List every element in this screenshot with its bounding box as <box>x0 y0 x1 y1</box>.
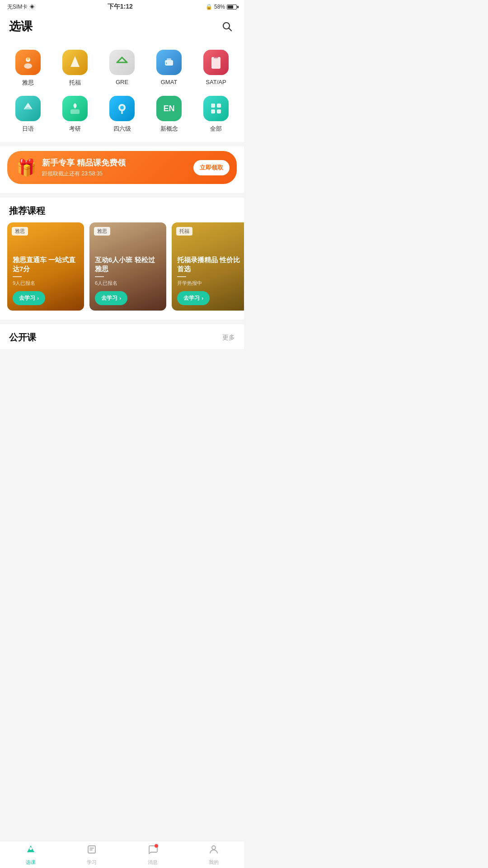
svg-line-1 <box>229 28 232 31</box>
svg-rect-12 <box>211 57 221 69</box>
svg-marker-5 <box>70 56 80 67</box>
toefl-label: 托福 <box>69 79 81 87</box>
category-item-sat[interactable]: SAT/AP <box>192 50 239 87</box>
course-title-1: 互动6人小班 轻松过雅思 <box>95 255 161 274</box>
svg-rect-19 <box>121 111 123 114</box>
course-card-0[interactable]: 雅思 雅思直通车 一站式直达7分 9人已报名 去学习 › <box>7 222 84 311</box>
claim-button[interactable]: 立即领取 <box>193 160 230 175</box>
all-icon <box>203 96 229 121</box>
course-card-1[interactable]: 雅思 互动6人小班 轻松过雅思 6人已报名 去学习 › <box>89 222 166 311</box>
svg-rect-21 <box>217 104 221 108</box>
recommend-title: 推荐课程 <box>9 206 45 216</box>
public-section-header: 公开课 更多 <box>0 324 244 349</box>
category-item-research[interactable]: 考研 <box>52 96 99 133</box>
promo-banner: 🎁 新手专享 精品课免费领 距领取截止还有 23:58:35 立即领取 <box>7 151 237 184</box>
course-card-inner-0: 雅思 雅思直通车 一站式直达7分 9人已报名 去学习 › <box>7 222 84 311</box>
svg-rect-16 <box>70 109 80 114</box>
category-item-newconcept[interactable]: EN 新概念 <box>145 96 192 133</box>
category-item-toefl[interactable]: 托福 <box>52 50 99 87</box>
courses-scroll-container[interactable]: 雅思 雅思直通车 一站式直达7分 9人已报名 去学习 › 雅思 互动6人小班 轻… <box>0 222 244 320</box>
course-enrolled-0: 9人已报名 <box>13 280 79 287</box>
status-right: 🔒 58% <box>206 4 237 10</box>
category-item-gre[interactable]: GRE <box>99 50 145 87</box>
japanese-icon <box>15 96 41 121</box>
banner-text: 新手专享 精品课免费领 距领取截止还有 23:58:35 <box>42 157 188 178</box>
banner-title: 新手专享 精品课免费领 <box>42 157 188 168</box>
cet-label: 四六级 <box>113 125 131 133</box>
svg-rect-23 <box>217 109 221 113</box>
banner-section: 🎁 新手专享 精品课免费领 距领取截止还有 23:58:35 立即领取 <box>0 146 244 193</box>
course-card-inner-2: 托福 托福录播精品 性价比首选 开学热报中 去学习 › <box>172 222 244 311</box>
newconcept-label: 新概念 <box>160 125 178 133</box>
public-title: 公开课 <box>9 331 36 344</box>
course-btn-2[interactable]: 去学习 › <box>177 291 210 305</box>
more-link[interactable]: 更多 <box>222 334 235 342</box>
category-item-gmat[interactable]: GMAT <box>145 50 192 87</box>
course-btn-0[interactable]: 去学习 › <box>13 291 45 305</box>
all-label: 全部 <box>210 125 222 133</box>
category-item-ielts[interactable]: 雅思 <box>5 50 52 87</box>
svg-rect-13 <box>214 57 218 58</box>
status-bar: 无SIM卡 ◈ 下午1:12 🔒 58% <box>0 0 244 14</box>
category-item-japanese[interactable]: 日语 <box>5 96 52 133</box>
sat-icon <box>203 50 229 75</box>
category-section: 雅思 托福 GRE <box>0 41 244 142</box>
course-card-inner-1: 雅思 互动6人小班 轻松过雅思 6人已报名 去学习 › <box>89 222 166 311</box>
cet-icon <box>109 96 135 121</box>
svg-line-7 <box>117 57 122 62</box>
japanese-label: 日语 <box>22 125 34 133</box>
battery-icon <box>227 5 237 9</box>
gmat-label: GMAT <box>161 79 178 85</box>
category-grid: 雅思 托福 GRE <box>5 50 239 133</box>
page-header: 选课 <box>0 14 244 41</box>
course-enrolled-2: 开学热报中 <box>177 280 243 287</box>
research-label: 考研 <box>69 125 81 133</box>
course-tag-1: 雅思 <box>94 227 110 236</box>
battery-percent: 58% <box>214 4 225 10</box>
svg-rect-20 <box>211 104 215 108</box>
gre-label: GRE <box>116 79 128 85</box>
gmat-icon <box>156 50 182 75</box>
svg-point-3 <box>24 63 32 69</box>
toefl-icon <box>62 50 88 75</box>
category-item-all[interactable]: 全部 <box>192 96 239 133</box>
newconcept-icon: EN <box>156 96 182 121</box>
ielts-icon <box>15 50 41 75</box>
research-icon <box>62 96 88 121</box>
recommend-section-header: 推荐课程 <box>0 198 244 222</box>
ielts-label: 雅思 <box>22 79 34 87</box>
course-divider-0 <box>13 276 22 277</box>
status-time: 下午1:12 <box>108 3 133 11</box>
gre-icon <box>109 50 135 75</box>
page-title: 选课 <box>9 19 33 34</box>
course-title-0: 雅思直通车 一站式直达7分 <box>13 255 79 274</box>
svg-line-8 <box>122 57 127 62</box>
svg-point-4 <box>27 57 29 60</box>
course-tag-0: 雅思 <box>12 227 28 236</box>
course-enrolled-1: 6人已报名 <box>95 280 161 287</box>
category-item-cet[interactable]: 四六级 <box>99 96 145 133</box>
svg-rect-22 <box>211 109 215 113</box>
course-card-2[interactable]: 托福 托福录播精品 性价比首选 开学热报中 去学习 › <box>172 222 244 311</box>
course-divider-2 <box>177 276 186 277</box>
search-button[interactable] <box>219 18 235 34</box>
course-divider-1 <box>95 276 104 277</box>
svg-point-18 <box>120 106 124 109</box>
course-title-2: 托福录播精品 性价比首选 <box>177 255 243 274</box>
svg-rect-10 <box>167 58 171 61</box>
lock-icon: 🔒 <box>206 4 212 10</box>
course-btn-1[interactable]: 去学习 › <box>95 291 127 305</box>
banner-subtitle: 距领取截止还有 23:58:35 <box>42 170 188 178</box>
sat-label: SAT/AP <box>206 79 226 85</box>
gift-icon: 🎁 <box>16 158 37 177</box>
course-tag-2: 托福 <box>176 227 192 236</box>
status-left: 无SIM卡 ◈ <box>7 3 35 11</box>
